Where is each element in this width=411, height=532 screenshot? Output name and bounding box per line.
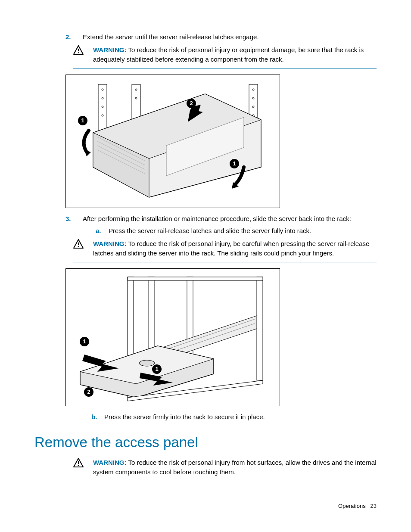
substep-number: b. xyxy=(91,412,97,422)
warning-icon xyxy=(73,239,84,249)
warning-label: WARNING: xyxy=(93,240,127,247)
svg-point-42 xyxy=(139,360,155,366)
substep-text: Press the server firmly into the rack to… xyxy=(104,412,265,422)
step-text: Extend the server until the server rail-… xyxy=(83,32,377,42)
footer-section: Operations xyxy=(338,503,366,509)
svg-point-48 xyxy=(78,465,79,466)
warning-body: To reduce the risk of personal injury fr… xyxy=(93,459,377,476)
section-heading: Remove the access panel xyxy=(34,432,377,453)
warning-text: WARNING: To reduce the risk of personal … xyxy=(93,458,377,477)
substep-b: b. Press the server firmly into the rack… xyxy=(91,412,377,422)
substep-text: Press the server rail-release latches an… xyxy=(109,226,311,236)
svg-point-2 xyxy=(78,52,79,53)
warning-block-1: WARNING: To reduce the risk of personal … xyxy=(73,45,377,69)
substep-a: a. Press the server rail-release latches… xyxy=(96,226,377,236)
warning-block-3: WARNING: To reduce the risk of personal … xyxy=(73,458,377,482)
figure-server-insert: 1 1 2 xyxy=(65,268,280,406)
warning-icon xyxy=(73,45,84,55)
step-3: 3. After performing the installation or … xyxy=(65,214,377,236)
footer-page: 23 xyxy=(371,503,377,509)
step-number: 3. xyxy=(65,214,72,236)
warning-body: To reduce the risk of personal injury or… xyxy=(93,46,364,63)
warning-icon xyxy=(73,458,84,467)
svg-rect-35 xyxy=(257,277,263,380)
server-extend-illustration xyxy=(72,81,274,202)
warning-label: WARNING: xyxy=(93,459,127,466)
svg-marker-36 xyxy=(128,277,263,280)
server-insert-illustration xyxy=(72,273,274,402)
warning-block-2: WARNING: To reduce the risk of personal … xyxy=(73,239,377,263)
warning-body: To reduce the risk of personal injury, b… xyxy=(93,240,369,257)
page-footer: Operations 23 xyxy=(338,502,377,510)
figure-server-extend: 1 1 2 xyxy=(65,75,280,208)
step-number: 2. xyxy=(65,32,72,42)
warning-text: WARNING: To reduce the risk of personal … xyxy=(93,239,377,258)
step-2: 2. Extend the server until the server ra… xyxy=(65,32,377,42)
svg-line-38 xyxy=(158,319,255,352)
step-text: After performing the installation or mai… xyxy=(83,214,377,224)
substep-number: a. xyxy=(96,226,102,236)
svg-point-31 xyxy=(78,246,79,247)
warning-text: WARNING: To reduce the risk of personal … xyxy=(93,45,377,64)
warning-label: WARNING: xyxy=(93,46,127,53)
